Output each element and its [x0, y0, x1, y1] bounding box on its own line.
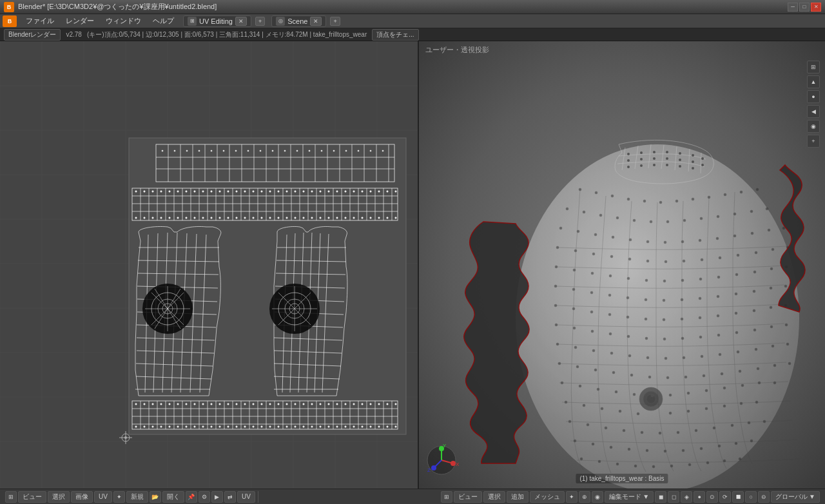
view-zoom-btn[interactable]: +	[807, 135, 820, 148]
svg-text:X: X	[456, 461, 460, 467]
vp-shading3[interactable]: ◈	[681, 491, 692, 503]
workspace-selector[interactable]: ⊞ UV Editing ✕	[183, 15, 251, 27]
svg-point-315	[362, 426, 363, 427]
svg-point-133	[144, 217, 145, 218]
svg-point-341	[616, 217, 619, 219]
svg-point-558	[431, 465, 436, 470]
uv-sync-btn[interactable]: ⇄	[224, 491, 236, 503]
menu-file[interactable]: ファイル	[21, 15, 59, 27]
uv-editor-panel[interactable]	[0, 41, 419, 489]
vp-tool1[interactable]: ✦	[566, 491, 578, 503]
svg-point-274	[286, 403, 287, 405]
svg-point-289	[144, 426, 145, 427]
viewport-select-btn[interactable]: 選択	[483, 491, 505, 503]
uv-header-icon[interactable]: ⊞	[5, 491, 17, 503]
menu-render[interactable]: レンダー	[61, 15, 99, 27]
svg-point-46	[162, 150, 163, 151]
workspace-add[interactable]: +	[255, 17, 265, 26]
scene-close[interactable]: ✕	[310, 17, 322, 26]
svg-point-438	[610, 352, 613, 354]
svg-point-461	[773, 364, 776, 367]
vp-mirror[interactable]: ⊖	[758, 491, 770, 503]
viewport-global-btn[interactable]: グローバル ▼	[771, 491, 820, 503]
svg-point-423	[591, 330, 594, 333]
vp-prop-edit[interactable]: ○	[745, 491, 757, 503]
vp-shading2[interactable]: ◻	[668, 491, 679, 503]
view-perspective-btn[interactable]: ⊞	[807, 61, 820, 73]
minimize-button[interactable]: ─	[788, 3, 798, 12]
svg-point-517	[652, 465, 655, 468]
vp-snap[interactable]: 🔲	[732, 491, 744, 503]
svg-point-540	[666, 157, 668, 160]
3d-viewport-panel[interactable]: ユーザー・透視投影	[419, 41, 825, 489]
view-front-btn[interactable]: ●	[807, 90, 820, 103]
svg-point-424	[609, 333, 612, 335]
uv-pin-btn[interactable]: 📌	[186, 491, 197, 503]
uv-new-btn[interactable]: 新規	[126, 491, 148, 503]
vp-overlay[interactable]: ⊙	[706, 491, 718, 503]
svg-point-404	[753, 290, 755, 293]
svg-point-135	[160, 217, 162, 218]
uv-label: UV	[242, 493, 251, 500]
viewport-add-btn[interactable]: 追加	[507, 491, 529, 503]
svg-point-55	[272, 150, 273, 151]
svg-point-339	[583, 211, 585, 213]
renderer-selector[interactable]: Blenderレンダー	[4, 29, 61, 41]
viewport-view-btn[interactable]: ビュー	[454, 491, 482, 503]
svg-point-282	[353, 403, 354, 405]
svg-point-486	[705, 407, 708, 410]
svg-point-271	[261, 403, 262, 405]
svg-point-62	[358, 150, 359, 151]
uv-mode-btn[interactable]: ▶	[211, 491, 223, 503]
menu-window[interactable]: ウィンドウ	[101, 15, 146, 27]
uv-open-btn[interactable]: 開く	[162, 491, 184, 503]
svg-point-288	[135, 426, 137, 427]
svg-point-509	[700, 447, 703, 450]
svg-point-520	[706, 461, 709, 464]
vp-shading1[interactable]: ◼	[655, 491, 666, 503]
vp-mode-icon[interactable]: ◉	[592, 491, 603, 503]
view-top-btn[interactable]: ▲	[807, 75, 820, 88]
uv-uv-btn[interactable]: UV	[94, 491, 112, 503]
close-button[interactable]: ✕	[811, 3, 821, 12]
svg-point-539	[653, 157, 655, 160]
svg-point-106	[186, 191, 187, 192]
svg-point-127	[362, 191, 363, 192]
scene-add[interactable]: +	[330, 17, 340, 26]
view-right-btn[interactable]: ◀	[807, 105, 820, 118]
svg-point-366	[574, 249, 577, 252]
viewport-mesh-btn[interactable]: メッシュ	[530, 491, 565, 503]
workspace-close[interactable]: ✕	[235, 17, 247, 26]
viewport-view-label: ユーザー・透視投影	[425, 45, 489, 55]
svg-point-370	[646, 260, 649, 262]
svg-point-450	[576, 365, 579, 368]
svg-point-290	[152, 426, 153, 427]
svg-point-383	[627, 277, 630, 280]
vp-tool2[interactable]: ⊕	[579, 491, 590, 503]
svg-point-455	[666, 376, 669, 379]
maximize-button[interactable]: □	[799, 3, 810, 12]
uv-tool1[interactable]: ✦	[113, 491, 125, 503]
viewport-header-icon[interactable]: ⊞	[441, 491, 452, 503]
svg-point-398	[645, 298, 647, 301]
svg-point-347	[717, 215, 719, 218]
svg-point-258	[152, 403, 153, 405]
uv-view-btn[interactable]: ビュー	[18, 491, 46, 503]
svg-point-357	[664, 241, 666, 244]
svg-point-439	[628, 354, 631, 357]
svg-point-362	[751, 232, 753, 235]
uv-settings-btn[interactable]: ⚙	[199, 491, 210, 503]
scene-selector[interactable]: ◎ Scene ✕	[271, 15, 326, 27]
viewport-mode-btn[interactable]: 編集モード ▼	[605, 491, 654, 503]
svg-point-353	[594, 233, 597, 236]
vertex-check-btn[interactable]: 頂点をチェ...	[372, 29, 418, 41]
vp-tool3[interactable]: ⟳	[719, 491, 731, 503]
vp-shading4[interactable]: ●	[694, 491, 705, 503]
uv-tool2[interactable]: 📂	[150, 491, 161, 503]
uv-select-btn[interactable]: 選択	[48, 491, 70, 503]
svg-point-371	[665, 260, 667, 263]
uv-image-btn[interactable]: 画像	[71, 491, 93, 503]
menu-help[interactable]: ヘルプ	[148, 15, 179, 27]
view-camera-btn[interactable]: ◉	[807, 120, 820, 133]
uv-label-btn[interactable]: UV	[237, 491, 255, 503]
